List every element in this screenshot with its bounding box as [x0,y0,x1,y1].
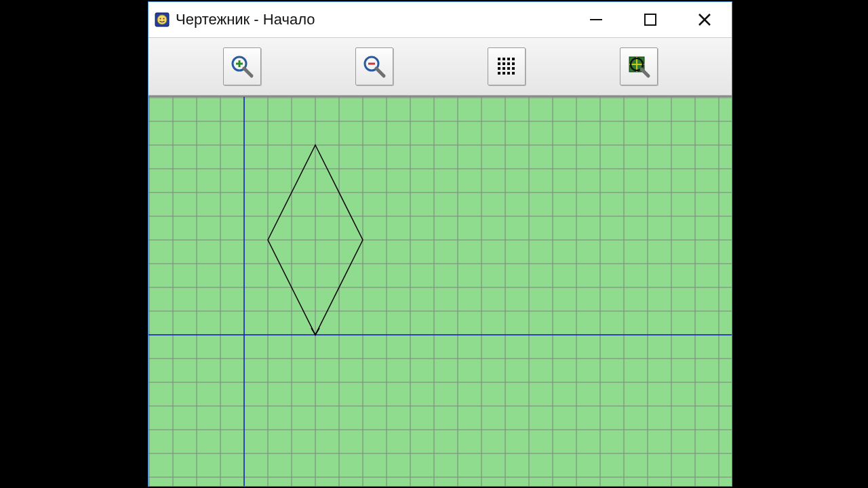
maximize-button[interactable] [623,2,677,37]
fit-view-icon [625,53,652,80]
svg-line-13 [376,68,384,76]
svg-rect-19 [498,62,500,65]
svg-rect-25 [507,67,510,70]
svg-point-1 [157,15,167,24]
grid-toggle-button[interactable] [488,47,526,85]
minimize-icon [587,11,605,28]
zoom-in-button[interactable] [223,47,261,85]
zoom-out-button[interactable] [355,47,393,85]
svg-rect-26 [512,67,515,70]
window-controls [569,2,732,37]
svg-rect-24 [502,67,505,70]
drawing-canvas[interactable] [149,96,732,486]
svg-rect-22 [512,62,515,65]
svg-rect-30 [512,72,515,75]
svg-rect-28 [502,72,505,75]
zoom-in-icon [229,53,256,80]
svg-rect-17 [507,58,510,60]
maximize-icon [643,12,658,27]
svg-point-2 [160,18,161,20]
titlebar[interactable]: Чертежник - Начало [149,2,732,37]
app-window: Чертежник - Начало [148,1,732,487]
window-title: Чертежник - Начало [176,11,315,28]
toolbar [149,37,732,96]
svg-rect-18 [512,58,515,60]
svg-rect-27 [498,72,500,75]
svg-rect-23 [498,67,500,70]
svg-point-3 [163,18,165,20]
app-icon [154,12,170,28]
svg-rect-5 [645,14,656,25]
svg-line-35 [642,69,648,76]
fit-view-button[interactable] [620,47,658,85]
svg-rect-29 [507,72,510,75]
minimize-button[interactable] [569,2,623,37]
zoom-out-icon [361,53,388,80]
close-icon [696,12,713,28]
svg-rect-21 [507,62,510,65]
svg-rect-36 [149,97,732,486]
close-button[interactable] [677,2,732,37]
svg-rect-15 [498,58,500,60]
grid-icon [495,55,518,78]
svg-rect-20 [502,62,505,65]
svg-rect-16 [502,58,505,60]
svg-line-9 [244,68,252,76]
